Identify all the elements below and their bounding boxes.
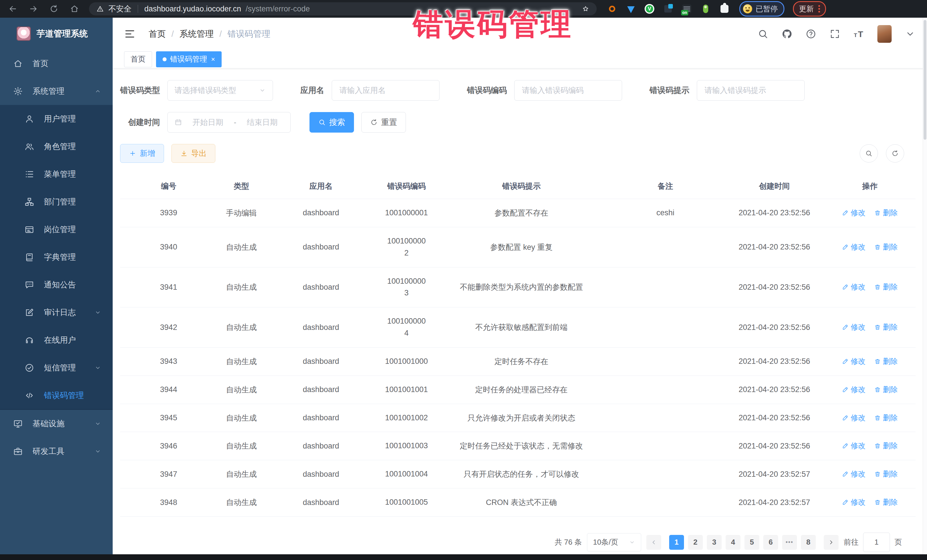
error-code-input[interactable] — [521, 86, 615, 95]
user-avatar[interactable] — [877, 25, 892, 43]
pencil-icon — [842, 499, 849, 505]
browser-forward-icon[interactable] — [29, 4, 38, 14]
error-hint-input[interactable] — [704, 86, 798, 95]
page-size-select[interactable]: 10条/页 — [587, 533, 641, 551]
sidebar-item-edit[interactable]: 审计日志 — [0, 299, 112, 326]
sidebar-item-gear[interactable]: 系统管理 — [0, 77, 112, 105]
edit-link[interactable]: 修改 — [842, 322, 866, 332]
page-scrollbar[interactable] — [923, 18, 927, 554]
github-icon[interactable] — [781, 29, 792, 39]
page-button-8[interactable]: 8 — [801, 535, 816, 550]
help-icon[interactable] — [805, 29, 816, 39]
browser-home-icon[interactable] — [70, 4, 79, 14]
edit-link[interactable]: 修改 — [842, 357, 866, 366]
breadcrumb-home[interactable]: 首页 — [149, 28, 166, 40]
cell-hint: CRON 表达式不正确 — [437, 489, 606, 517]
edit-link[interactable]: 修改 — [842, 469, 866, 479]
edit-link[interactable]: 修改 — [842, 497, 866, 507]
goto-page-input[interactable] — [863, 533, 890, 552]
prev-page-button[interactable] — [646, 535, 661, 550]
reset-button[interactable]: 重置 — [362, 112, 406, 133]
search-button[interactable]: 搜索 — [310, 112, 354, 133]
delete-link[interactable]: 删除 — [874, 322, 898, 332]
delete-link[interactable]: 删除 — [874, 282, 898, 292]
fullscreen-icon[interactable] — [830, 29, 840, 39]
more-pages-button[interactable]: ••• — [782, 535, 797, 550]
sidebar-item-chat[interactable]: 通知公告 — [0, 271, 112, 299]
toggle-search-button[interactable] — [860, 144, 878, 162]
address-bar[interactable]: 不安全 dashboard.yudao.iocoder.cn/system/er… — [89, 2, 597, 15]
edit-link[interactable]: 修改 — [842, 282, 866, 292]
date-range-picker[interactable]: 开始日期 - 结束日期 — [167, 112, 291, 133]
tag-home[interactable]: 首页 — [124, 51, 152, 67]
delete-link[interactable]: 删除 — [874, 497, 898, 507]
extension-list-on-icon[interactable]: on — [682, 4, 692, 14]
trash-icon — [874, 386, 881, 393]
column-header: 创建时间 — [725, 174, 824, 199]
close-tag-icon[interactable]: × — [211, 55, 215, 63]
page-button-6[interactable]: 6 — [763, 535, 778, 550]
sidebar-item-user[interactable]: 用户管理 — [0, 105, 112, 133]
add-button[interactable]: 新增 — [120, 144, 164, 163]
cell-type: 自动生成 — [217, 404, 266, 432]
sidebar-item-book[interactable]: 字典管理 — [0, 243, 112, 271]
edit-link[interactable]: 修改 — [842, 441, 866, 451]
delete-link[interactable]: 删除 — [874, 208, 898, 218]
breadcrumb-system[interactable]: 系统管理 — [179, 28, 214, 40]
scrollbar-thumb[interactable] — [924, 20, 926, 140]
delete-link[interactable]: 删除 — [874, 469, 898, 479]
cell-id: 3946 — [120, 432, 217, 460]
sidebar-item-headset[interactable]: 在线用户 — [0, 326, 112, 354]
app-name-input[interactable] — [339, 86, 432, 95]
sidebar-item-badge[interactable]: 岗位管理 — [0, 216, 112, 243]
browser-update-button[interactable]: 更新 — [793, 1, 826, 17]
export-button[interactable]: 导出 — [172, 144, 215, 163]
tag-error-code[interactable]: 错误码管理 × — [156, 51, 222, 67]
sidebar-item-monitor[interactable]: 基础设施 — [0, 410, 112, 437]
extension-blue-gem-icon[interactable] — [626, 4, 636, 14]
page-button-2[interactable]: 2 — [688, 535, 703, 550]
avatar-dropdown-icon[interactable] — [905, 29, 916, 39]
font-size-icon[interactable]: TT — [853, 29, 864, 39]
page-button-4[interactable]: 4 — [726, 535, 740, 550]
error-type-select[interactable]: 请选择错误码类型 — [167, 80, 273, 101]
page-button-3[interactable]: 3 — [707, 535, 722, 550]
extension-orange-ring-icon[interactable] — [607, 4, 617, 14]
edit-link[interactable]: 修改 — [842, 413, 866, 423]
delete-link[interactable]: 删除 — [874, 441, 898, 451]
cell-time: 2021-04-20 23:52:56 — [725, 375, 824, 404]
edit-link[interactable]: 修改 — [842, 385, 866, 395]
browser-back-icon[interactable] — [8, 4, 18, 14]
sidebar-logo-row[interactable]: 芋道管理系统 — [0, 18, 112, 50]
delete-link[interactable]: 删除 — [874, 385, 898, 395]
refresh-table-button[interactable] — [886, 144, 904, 162]
sidebar-item-code[interactable]: 错误码管理 — [0, 381, 112, 409]
delete-link[interactable]: 删除 — [874, 413, 898, 423]
extension-blue-cube-icon[interactable] — [663, 4, 673, 14]
browser-reload-icon[interactable] — [49, 4, 59, 14]
sidebar-item-list[interactable]: 菜单管理 — [0, 160, 112, 188]
sidebar-item-tree[interactable]: 部门管理 — [0, 188, 112, 216]
collapse-sidebar-icon[interactable] — [124, 28, 135, 39]
delete-link[interactable]: 删除 — [874, 357, 898, 366]
delete-link[interactable]: 删除 — [874, 242, 898, 252]
extension-green-check-icon[interactable]: V — [644, 4, 654, 14]
sidebar-item-brief[interactable]: 研发工具 — [0, 437, 112, 465]
browser-menu-icon[interactable] — [818, 5, 820, 12]
extension-green-key-icon[interactable] — [701, 4, 711, 14]
edit-link[interactable]: 修改 — [842, 208, 866, 218]
paused-badge[interactable]: 已暂停 — [739, 1, 784, 17]
edit-link[interactable]: 修改 — [842, 242, 866, 252]
next-page-button[interactable] — [824, 535, 839, 550]
sidebar-item-checkc[interactable]: 短信管理 — [0, 354, 112, 381]
url-path: /system/error-code — [246, 5, 310, 14]
gear-icon — [13, 87, 23, 96]
sidebar-item-users[interactable]: 角色管理 — [0, 133, 112, 160]
cell-remark — [606, 432, 725, 460]
bookmark-star-icon[interactable] — [582, 5, 589, 12]
page-button-1[interactable]: 1 — [669, 535, 684, 550]
extension-puzzle-icon[interactable] — [719, 4, 729, 14]
header-search-icon[interactable] — [758, 29, 768, 39]
sidebar-item-home[interactable]: 首页 — [0, 50, 112, 77]
page-button-5[interactable]: 5 — [745, 535, 759, 550]
